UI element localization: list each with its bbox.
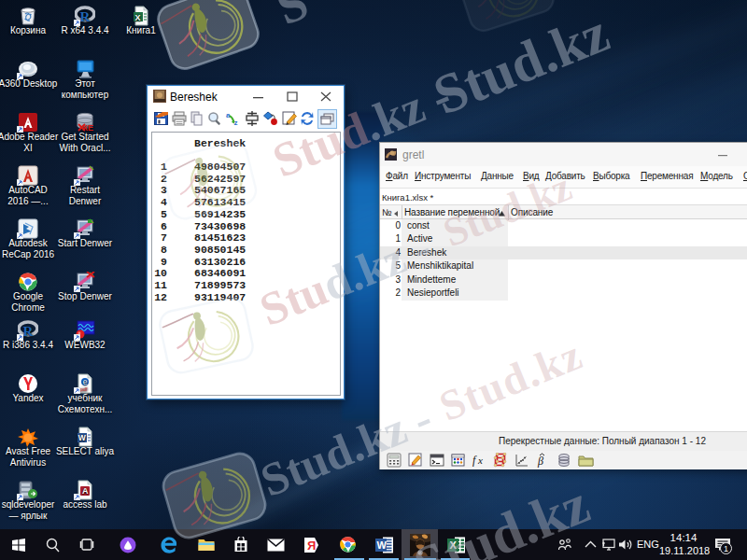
- svg-text:z: z: [234, 119, 238, 126]
- svg-text:X: X: [135, 13, 141, 22]
- svg-text:Я: Я: [307, 539, 316, 553]
- svg-text:W: W: [78, 433, 87, 442]
- svg-text:a: a: [226, 111, 231, 119]
- svg-text:X: X: [449, 539, 457, 551]
- svg-text:x: x: [477, 455, 483, 466]
- svg-text:f: f: [472, 454, 477, 467]
- svg-text:pdf: pdf: [80, 386, 88, 392]
- svg-text:W: W: [377, 539, 388, 551]
- svg-text:A: A: [82, 486, 89, 496]
- svg-text:β: β: [537, 455, 543, 468]
